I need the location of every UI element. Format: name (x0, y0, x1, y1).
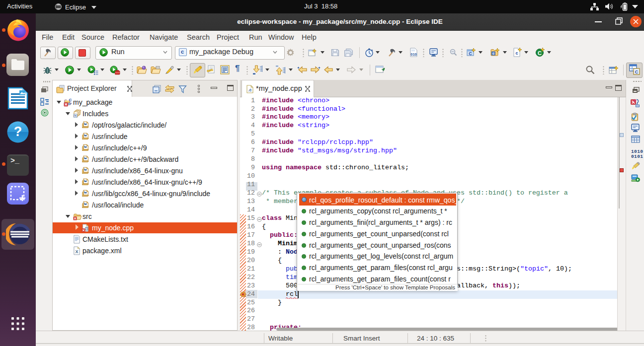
svg-text:?: ? (14, 124, 22, 139)
svg-text:c: c (492, 51, 494, 56)
svg-text:X: X (76, 249, 79, 254)
svg-text:C: C (69, 98, 72, 102)
svg-text:C: C (469, 51, 472, 56)
svg-text:010: 010 (410, 52, 417, 57)
svg-text:c: c (86, 227, 88, 231)
svg-text:h: h (75, 114, 77, 117)
svg-text:.c: .c (248, 87, 251, 92)
svg-text:c: c (515, 51, 518, 56)
svg-text:C: C (538, 50, 542, 56)
svg-text:C: C (635, 69, 639, 74)
